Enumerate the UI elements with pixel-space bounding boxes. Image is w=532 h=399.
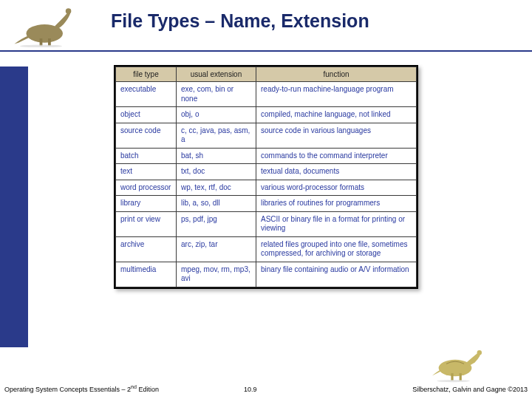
slide-footer: Operating System Concepts Essentials – 2… <box>0 380 532 395</box>
table-row: print or viewps, pdf, jpgASCII or binary… <box>116 211 417 236</box>
cell-function: libraries of routines for programmers <box>256 196 417 212</box>
col-header: file type <box>116 67 177 82</box>
cell-file-type: multimedia <box>116 262 177 287</box>
cell-extension: exe, com, bin or none <box>177 82 256 107</box>
cell-function: textual data, documents <box>256 164 417 180</box>
cell-function: related files grouped into one file, som… <box>256 236 417 262</box>
col-header: usual extension <box>177 67 256 82</box>
table-row: executableexe, com, bin or noneready-to-… <box>116 82 417 107</box>
svg-point-5 <box>439 360 472 376</box>
cell-extension: c, cc, java, pas, asm, a <box>177 123 256 148</box>
cell-function: source code in various languages <box>256 123 417 148</box>
svg-point-4 <box>20 45 62 47</box>
cell-extension: txt, doc <box>177 164 256 180</box>
cell-file-type: library <box>116 196 177 212</box>
page-title: File Types – Name, Extension <box>111 10 369 32</box>
cell-file-type: archive <box>116 236 177 262</box>
svg-point-6 <box>477 350 482 355</box>
cell-function: binary file containing audio or A/V info… <box>256 262 417 287</box>
cell-extension: wp, tex, rtf, doc <box>177 180 256 196</box>
footer-left: Operating System Concepts Essentials – 2… <box>4 384 159 393</box>
table-header-row: file type usual extension function <box>116 67 417 82</box>
table-row: archivearc, zip, tarrelated files groupe… <box>116 236 417 262</box>
dinosaur-right-icon <box>429 347 488 383</box>
cell-file-type: object <box>116 107 177 123</box>
col-header: function <box>256 67 417 82</box>
svg-point-1 <box>66 8 72 14</box>
footer-copyright: Silberschatz, Galvin and Gagne ©2013 <box>412 386 528 393</box>
cell-extension: arc, zip, tar <box>177 236 256 262</box>
cell-extension: mpeg, mov, rm, mp3, avi <box>177 262 256 287</box>
footer-sup: nd <box>131 384 137 389</box>
table-row: librarylib, a, so, dlllibraries of routi… <box>116 196 417 212</box>
table-row: source codec, cc, java, pas, asm, asourc… <box>116 123 417 148</box>
cell-function: compiled, machine language, not linked <box>256 107 417 123</box>
footer-text: Edition <box>137 386 159 393</box>
cell-extension: lib, a, so, dll <box>177 196 256 212</box>
left-sidebar <box>0 66 28 347</box>
svg-rect-3 <box>48 38 51 46</box>
cell-file-type: word processor <box>116 180 177 196</box>
file-types-table: file type usual extension function execu… <box>114 65 418 289</box>
table-row: texttxt, doctextual data, documents <box>116 164 417 180</box>
cell-file-type: source code <box>116 123 177 148</box>
table-row: word processorwp, tex, rtf, docvarious w… <box>116 180 417 196</box>
table-row: objectobj, ocompiled, machine language, … <box>116 107 417 123</box>
cell-function: ASCII or binary file in a format for pri… <box>256 211 417 236</box>
dinosaur-left-icon <box>6 1 76 47</box>
cell-file-type: batch <box>116 148 177 164</box>
footer-text: Operating System Concepts Essentials – 2 <box>4 386 131 393</box>
cell-extension: bat, sh <box>177 148 256 164</box>
table-row: multimediampeg, mov, rm, mp3, avibinary … <box>116 262 417 287</box>
cell-function: commands to the command interpreter <box>256 148 417 164</box>
svg-rect-2 <box>40 38 43 46</box>
cell-file-type: executable <box>116 82 177 107</box>
cell-file-type: print or view <box>116 211 177 236</box>
cell-file-type: text <box>116 164 177 180</box>
cell-function: various word-processor formats <box>256 180 417 196</box>
cell-extension: ps, pdf, jpg <box>177 211 256 236</box>
table-row: batchbat, shcommands to the command inte… <box>116 148 417 164</box>
cell-extension: obj, o <box>177 107 256 123</box>
slide-header: File Types – Name, Extension <box>0 0 532 52</box>
page-number: 10.9 <box>244 386 257 393</box>
cell-function: ready-to-run machine-language program <box>256 82 417 107</box>
